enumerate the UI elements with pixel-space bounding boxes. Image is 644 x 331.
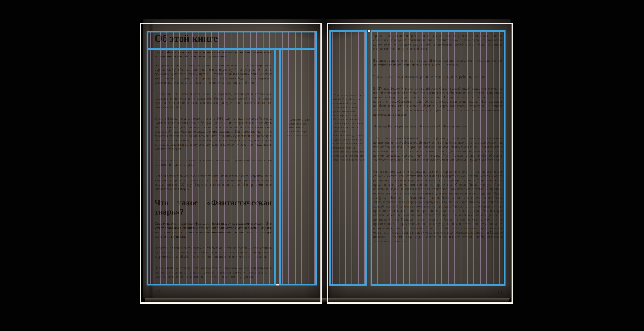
text-frame-notes-left [279,48,317,286]
text-frame-notes-right [329,30,367,286]
frame-gap-notch-top-right [368,30,370,32]
screenshot-canvas: Об этой книге Книга «Фантастические звер… [0,0,644,331]
text-frame-main-left [146,48,276,286]
frame-gap-notch-bottom-left [276,284,279,286]
text-frame-main-right [370,30,506,286]
text-frame-title [146,31,317,50]
